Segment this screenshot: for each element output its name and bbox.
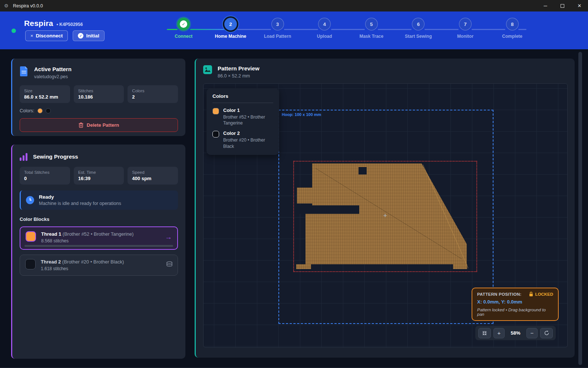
delete-pattern-label: Delete Pattern — [87, 122, 119, 128]
active-pattern-title: Active Pattern — [34, 66, 72, 72]
minus-icon: − — [531, 330, 534, 336]
image-icon — [203, 65, 212, 74]
thread-1-progress-bar — [24, 245, 173, 247]
app-header: Respira • K4P502956 × Disconnect ✓ Initi… — [0, 11, 588, 49]
thread-2-name: Thread 2 — [41, 259, 61, 265]
thread-1-stitches: 8.568 stitches — [41, 238, 133, 243]
step-label: Upload — [317, 34, 332, 39]
step-home-machine[interactable]: 2 Home Machine — [207, 18, 254, 39]
bar-chart-icon — [20, 153, 27, 161]
step-connect[interactable]: ✓ Connect — [160, 18, 207, 39]
maximize-button[interactable] — [554, 0, 571, 11]
locked-label: LOCKED — [535, 292, 553, 296]
stat-speed: Speed 400 spm — [128, 167, 178, 185]
step-label: Load Pattern — [264, 34, 291, 39]
color-blocks-label: Color Blocks — [20, 216, 178, 222]
window-title: Respira v0.0.0 — [13, 3, 43, 9]
app-logo-icon: ⚙ — [4, 3, 10, 9]
position-label: PATTERN POSITION: — [477, 292, 522, 296]
fit-to-view-button[interactable] — [478, 328, 491, 338]
step-start-sewing[interactable]: 6 Start Sewing — [395, 18, 442, 39]
plus-icon: + — [498, 330, 501, 336]
active-pattern-card: Active Pattern valetudogv2.pes Size 86.0… — [11, 59, 185, 136]
step-number: 7 — [459, 18, 472, 30]
step-label: Connect — [175, 34, 192, 39]
title-bar: ⚙ Respira v0.0.0 ─ ✕ — [0, 0, 588, 11]
thread-2-swatch — [25, 259, 36, 269]
sewing-progress-title: Sewing Progress — [33, 153, 78, 160]
app-window: ⚙ Respira v0.0.0 ─ ✕ Respira • K4P502956… — [0, 0, 588, 368]
step-number: 8 — [506, 18, 519, 30]
thread-1-swatch — [26, 231, 36, 242]
step-label: Mask Trace — [359, 34, 383, 39]
thread-block-1[interactable]: Thread 1 (Brother #52 • Brother Tangerin… — [20, 226, 178, 250]
lock-icon — [529, 292, 533, 296]
thread-2-stitches: 1.618 stitches — [41, 266, 124, 271]
thread-1-name: Thread 1 — [41, 231, 61, 237]
step-mask-trace[interactable]: 5 Mask Trace — [348, 18, 395, 39]
machine-status-banner: Ready Machine is idle and ready for oper… — [20, 190, 178, 210]
position-hint: Pattern locked • Drag background to pan — [477, 308, 553, 316]
legend-swatch-1 — [212, 108, 219, 115]
status-subtitle: Machine is idle and ready for operations — [39, 201, 121, 206]
zoom-out-button[interactable]: − — [526, 328, 538, 338]
stat-total-stitches: Total Stitches 0 — [20, 167, 70, 185]
close-button[interactable]: ✕ — [571, 0, 588, 11]
status-title: Ready — [39, 194, 121, 200]
sewing-progress-card: Sewing Progress Total Stitches 0 Est. Ti… — [11, 145, 185, 359]
step-label: Complete — [502, 34, 522, 39]
zoom-controls: + 58% − — [475, 326, 556, 340]
step-load-pattern[interactable]: 3 Load Pattern — [254, 18, 301, 39]
step-label: Home Machine — [215, 34, 247, 39]
thread-1-detail: (Brother #52 • Brother Tangerine) — [63, 231, 133, 237]
stat-colors: Colors 2 — [128, 85, 178, 103]
color-swatch-1 — [37, 108, 43, 113]
step-number: 5 — [365, 18, 378, 30]
pattern-filename: valetudogv2.pes — [34, 74, 72, 79]
thread-block-2[interactable]: Thread 2 (Brother #20 • Brother Black) 1… — [20, 255, 178, 276]
zoom-in-button[interactable]: + — [493, 328, 505, 338]
trash-icon — [79, 122, 83, 128]
minimize-button[interactable]: ─ — [537, 0, 554, 11]
colors-label: Colors: — [20, 108, 34, 113]
step-upload[interactable]: 4 Upload — [301, 18, 348, 39]
step-number: 4 — [318, 18, 331, 30]
step-monitor[interactable]: 7 Monitor — [442, 18, 489, 39]
color-swatch-2 — [46, 108, 51, 113]
step-complete[interactable]: 8 Complete — [489, 18, 536, 39]
step-number: 3 — [271, 18, 284, 30]
legend-item-color-1: Color 1 Brother #52 • Brother Tangerine — [212, 107, 273, 126]
delete-pattern-button[interactable]: Delete Pattern — [20, 118, 178, 132]
legend-swatch-2 — [212, 131, 219, 137]
stat-size: Size 86.0 x 52.2 mm — [20, 85, 70, 103]
zoom-level: 58% — [507, 330, 524, 336]
colors-legend: Colors Color 1 Brother #52 • Brother Tan… — [207, 88, 279, 155]
legend-item-color-2: Color 2 Brother #20 • Brother Black — [212, 130, 273, 149]
preview-canvas[interactable]: Hoop: 100 x 100 mm — [203, 83, 568, 348]
legend-title: Colors — [212, 93, 273, 103]
hoop-label: Hoop: 100 x 100 mm — [282, 112, 321, 117]
check-icon: ✓ — [180, 20, 187, 28]
crosshair-icon: + — [381, 212, 389, 219]
fit-to-view-icon — [482, 331, 487, 336]
close-icon: ✕ — [578, 3, 582, 9]
thread-2-detail: (Brother #20 • Brother Black) — [62, 259, 124, 265]
arrow-right-icon: → — [165, 233, 172, 241]
workflow-stepper: ✓ Connect 2 Home Machine 3 Load Pattern … — [160, 18, 536, 39]
pattern-position-overlay: PATTERN POSITION: LOCKED X: 0.0mm, Y: 0.… — [472, 288, 559, 321]
minimize-icon: ─ — [544, 3, 547, 9]
position-coords: X: 0.0mm, Y: 0.0mm — [477, 299, 553, 305]
pattern-preview-title: Pattern Preview — [218, 65, 260, 72]
step-label: Start Sewing — [405, 34, 432, 39]
layers-icon — [166, 261, 173, 269]
refresh-icon — [544, 330, 549, 336]
step-number: 6 — [412, 18, 425, 30]
reset-view-button[interactable] — [540, 328, 553, 338]
vertical-scrollbar[interactable] — [578, 52, 582, 365]
stat-stitches: Stitches 10.186 — [74, 85, 124, 103]
clock-icon — [26, 196, 34, 204]
pattern-preview-panel: Pattern Preview 86.0 × 52.2 mm Hoop: 100… — [195, 59, 575, 358]
document-icon — [20, 66, 29, 76]
step-connect-circle: ✓ — [177, 18, 190, 30]
stat-est-time: Est. Time 16:39 — [74, 167, 124, 185]
